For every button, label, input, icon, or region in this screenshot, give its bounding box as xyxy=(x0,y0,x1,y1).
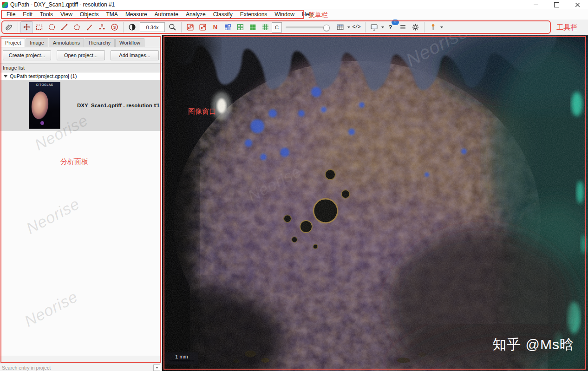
ellipse-tool-icon[interactable] xyxy=(46,21,58,33)
zoom-to-fit-icon[interactable] xyxy=(166,21,179,33)
channel-overlay-button[interactable]: C xyxy=(272,22,282,33)
project-search-row xyxy=(0,364,162,371)
create-project-button[interactable]: Create project... xyxy=(3,50,51,60)
menu-help[interactable]: Help xyxy=(298,10,317,19)
fill-annotations-icon[interactable] xyxy=(196,21,209,33)
image-entry-row[interactable]: CITOGLAS DXY_Scan1.qptiff - resolution #… xyxy=(0,80,162,131)
menu-classify[interactable]: Classify xyxy=(209,10,236,19)
search-input[interactable] xyxy=(0,365,153,371)
show-annotation-names-icon[interactable]: N xyxy=(209,21,222,33)
watermark: Neorise xyxy=(21,287,81,331)
pin-dropdown-caret-icon[interactable] xyxy=(440,26,443,28)
help-notification-badge: 2 xyxy=(392,20,399,25)
scroll-down-caret-icon xyxy=(156,367,158,369)
slide-image xyxy=(162,35,588,371)
image-entry-label: DXY_Scan1.qptiff - resolution #1 xyxy=(77,103,160,108)
move-tool-icon[interactable] xyxy=(20,21,33,33)
window-title: QuPath - DXY_Scan1.qptiff - resolution #… xyxy=(10,1,115,8)
project-tree-label: QuPath test/project.qpproj (1) xyxy=(10,73,77,79)
zhihu-credit-watermark: 知乎 @Ms晗 xyxy=(492,335,574,354)
maximize-icon xyxy=(554,2,559,7)
menu-window[interactable]: Window xyxy=(271,10,298,19)
toolbar-separator xyxy=(365,22,366,33)
pin-icon[interactable] xyxy=(427,21,439,33)
menu-tools[interactable]: Tools xyxy=(36,10,57,19)
preferences-gear-icon[interactable] xyxy=(409,21,422,33)
opacity-slider[interactable] xyxy=(286,23,330,32)
app-logo-icon xyxy=(2,2,8,8)
project-tree-item[interactable]: QuPath test/project.qpproj (1) xyxy=(0,72,162,80)
image-list: QuPath test/project.qpproj (1) CITOGLAS … xyxy=(0,72,162,356)
toolbar-separator xyxy=(424,22,425,33)
watermark: Neorise xyxy=(23,195,83,238)
fill-detections-icon[interactable] xyxy=(247,21,259,33)
menu-view[interactable]: View xyxy=(57,10,76,19)
show-pixel-classification-icon[interactable] xyxy=(259,21,272,33)
scale-bar-label: 1 mm xyxy=(170,354,194,359)
menu-measure[interactable]: Measure xyxy=(122,10,151,19)
tab-annotations[interactable]: Annotations xyxy=(49,38,84,47)
open-project-button[interactable]: Open project... xyxy=(57,50,105,60)
brightness-contrast-icon[interactable] xyxy=(126,21,138,33)
window-controls xyxy=(525,0,588,9)
multiview-icon[interactable] xyxy=(368,21,380,33)
svg-text:S: S xyxy=(113,25,116,30)
minimize-icon xyxy=(534,5,538,5)
brush-tool-icon[interactable] xyxy=(83,21,96,33)
scale-bar-line xyxy=(170,361,194,361)
menu-file[interactable]: File xyxy=(3,10,19,19)
points-tool-icon[interactable] xyxy=(96,21,108,33)
menu-bar: File Edit Tools View Objects TMA Measure… xyxy=(0,9,588,20)
tab-hierarchy[interactable]: Hierarchy xyxy=(85,38,115,47)
image-thumbnail: CITOGLAS xyxy=(29,82,60,129)
maximize-button[interactable] xyxy=(546,0,567,9)
selection-mode-icon[interactable]: S xyxy=(108,21,121,33)
menu-objects[interactable]: Objects xyxy=(76,10,103,19)
tab-project[interactable]: Project xyxy=(1,38,25,47)
add-images-button[interactable]: Add images... xyxy=(111,50,159,60)
project-buttons-row: Create project... Open project... Add im… xyxy=(0,47,162,63)
image-list-header: Image list xyxy=(0,63,162,72)
show-detections-icon[interactable] xyxy=(234,21,247,33)
menu-analyze[interactable]: Analyze xyxy=(182,10,209,19)
rectangle-tool-icon[interactable] xyxy=(33,21,46,33)
close-icon xyxy=(574,1,581,9)
analysis-panel: Project Image Annotations Hierarchy Work… xyxy=(0,35,162,371)
toolbar-separator xyxy=(123,22,124,33)
zoom-magnification-field[interactable]: 0.34x xyxy=(140,22,165,32)
menu-extensions[interactable]: Extensions xyxy=(236,10,271,19)
polygon-tool-icon[interactable] xyxy=(71,21,83,33)
toolbar: S 0.34x N C xyxy=(0,20,588,35)
menu-automate[interactable]: Automate xyxy=(151,10,182,19)
opacity-slider-thumb[interactable] xyxy=(323,25,330,31)
close-button[interactable] xyxy=(567,0,588,9)
tab-workflow[interactable]: Workflow xyxy=(115,38,144,47)
qupath-window: QuPath - DXY_Scan1.qptiff - resolution #… xyxy=(0,0,588,371)
tab-image[interactable]: Image xyxy=(26,38,48,47)
thumbnail-tissue-shape xyxy=(30,91,50,120)
toolbar-separator xyxy=(181,22,182,33)
scroll-down-button[interactable] xyxy=(153,364,160,371)
menu-tma[interactable]: TMA xyxy=(103,10,122,19)
show-annotations-icon[interactable] xyxy=(184,21,196,33)
show-tma-grid-icon[interactable] xyxy=(222,21,234,33)
tree-expand-icon[interactable] xyxy=(4,75,7,78)
line-tool-icon[interactable] xyxy=(58,21,71,33)
measurement-table-icon[interactable] xyxy=(334,21,346,33)
minimize-button[interactable] xyxy=(525,0,546,9)
script-editor-icon[interactable]: </> xyxy=(350,21,363,33)
menu-edit[interactable]: Edit xyxy=(19,10,36,19)
toolbar-separator xyxy=(18,22,18,33)
thumbnail-dot xyxy=(40,121,44,125)
image-viewport[interactable]: Neorise Neorise 1 mm 知乎 @Ms晗 xyxy=(162,35,588,371)
panel-tabs: Project Image Annotations Hierarchy Work… xyxy=(0,35,162,47)
help-button[interactable]: ? 2 xyxy=(384,21,397,33)
scale-bar: 1 mm xyxy=(165,352,198,364)
title-bar: QuPath - DXY_Scan1.qptiff - resolution #… xyxy=(0,0,588,10)
thumbnail-brand-text: CITOGLAS xyxy=(29,83,60,86)
paperclip-icon[interactable] xyxy=(3,21,15,33)
